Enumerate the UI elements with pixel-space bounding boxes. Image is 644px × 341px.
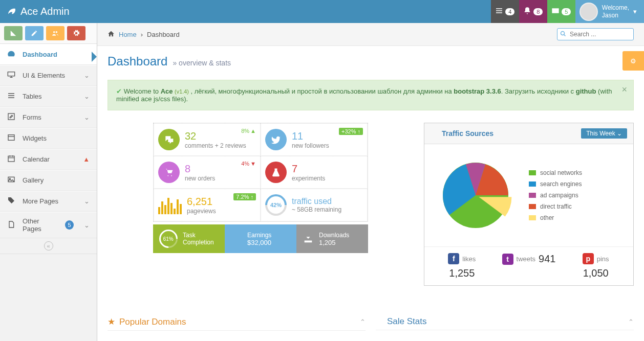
- facebook-icon: f: [448, 253, 459, 264]
- sidebar-item-label: Widgets: [23, 134, 47, 142]
- sidebar-item-more-pages[interactable]: More Pages⌄: [0, 191, 97, 212]
- warning-icon: ▲: [83, 155, 90, 163]
- infobox-pageviews: 6,251pageviews 7.2% ↑: [154, 189, 261, 221]
- sidebar-item-label: Forms: [23, 113, 41, 121]
- chevron-down-icon: ⌄: [84, 72, 90, 79]
- popular-domains-header: ★Popular Domains ⌃: [108, 316, 366, 331]
- github-link[interactable]: github: [576, 87, 596, 95]
- shortcuts: [0, 23, 97, 44]
- sidebar-item-widgets[interactable]: Widgets: [0, 128, 97, 149]
- sparkline-icon: [158, 196, 182, 214]
- infobox-comments: 32comments + 2 reviews 8% ▲: [154, 123, 261, 156]
- sidebar-item-gallery[interactable]: Gallery: [0, 170, 97, 191]
- shortcut-stats[interactable]: [4, 26, 23, 40]
- shortcut-settings[interactable]: [67, 26, 85, 40]
- shortcut-users[interactable]: [46, 26, 65, 40]
- breadcrumb-home[interactable]: Home: [119, 31, 137, 38]
- sidebar-item-other-pages[interactable]: Other Pages5⌄: [0, 212, 97, 238]
- caret-down-icon: ▾: [633, 8, 637, 15]
- stat-up: 8% ▲: [241, 128, 256, 134]
- sidebar-item-label: Other Pages: [23, 217, 58, 233]
- traffic-widget: Traffic Sources This Week ⌄ social netwo…: [424, 123, 634, 286]
- pinterest-icon: p: [583, 253, 594, 264]
- sidebar-collapse[interactable]: «: [0, 238, 97, 254]
- notifications-menu[interactable]: 8: [519, 0, 547, 23]
- sidebar-item-label: More Pages: [23, 197, 58, 205]
- darkbox-task: 61% TaskCompletion: [153, 224, 225, 253]
- sale-stats-header: Sale Stats ⌃: [376, 316, 634, 330]
- social-likes: flikes 1,255: [428, 253, 496, 279]
- twitter-icon: t: [502, 254, 513, 265]
- page-subtitle: » overview & stats: [173, 59, 231, 67]
- svg-point-6: [561, 32, 565, 35]
- breadcrumb-current: Dashboard: [147, 31, 180, 38]
- chevron-down-icon: ⌄: [84, 93, 90, 100]
- svg-rect-1: [8, 113, 14, 120]
- infobox-traffic: 42% traffic used~ 58GB remaining: [261, 189, 368, 221]
- sidebar-item-label: Calendar: [23, 155, 50, 163]
- list-alt-icon: [7, 133, 15, 143]
- chevron-left-icon: «: [44, 241, 53, 251]
- legend-item: social networks: [529, 167, 582, 178]
- tasks-icon: [495, 7, 503, 16]
- infobox-experiments: 7experiments: [261, 156, 368, 189]
- sidebar-item-label: Tables: [23, 93, 42, 100]
- sidebar-item-label: Dashboard: [23, 51, 57, 58]
- search-icon: [560, 31, 566, 38]
- picture-icon: [7, 175, 15, 185]
- darkbox-earnings: Earnings$32,000: [225, 224, 296, 253]
- sidebar-item-calendar[interactable]: Calendar▲: [0, 149, 97, 170]
- infobox-orders: 8new orders 4% ▼: [154, 156, 261, 189]
- navbar: Ace Admin 4 8 5 Welcome, Jason ▾: [0, 0, 644, 23]
- svg-rect-3: [8, 156, 14, 162]
- search-box: [557, 28, 634, 40]
- darkbox-downloads: Downloads1,205: [296, 224, 368, 253]
- mail-badge: 5: [562, 8, 571, 15]
- pie-chart: [435, 154, 517, 236]
- tag-icon: [7, 196, 15, 206]
- sidebar-item-ui[interactable]: UI & Elements⌄: [0, 65, 97, 86]
- welcome-text: Welcome,: [602, 4, 629, 11]
- close-icon[interactable]: ×: [621, 84, 627, 95]
- tasks-menu[interactable]: 4: [491, 0, 519, 23]
- bell-icon: [523, 7, 531, 16]
- shortcut-edit[interactable]: [25, 26, 44, 40]
- signal-icon: [431, 129, 438, 138]
- percent-circle: 61%: [156, 226, 182, 252]
- svg-rect-2: [8, 135, 14, 141]
- stat-up: +32% ↑: [339, 128, 363, 135]
- brand-text: Ace Admin: [20, 6, 70, 17]
- user-menu[interactable]: Welcome, Jason ▾: [575, 0, 644, 23]
- chevron-up-icon[interactable]: ⌃: [628, 318, 634, 326]
- brand[interactable]: Ace Admin: [0, 5, 76, 18]
- messages-menu[interactable]: 5: [547, 0, 575, 23]
- file-icon: [7, 220, 15, 230]
- sidebar-item-label: UI & Elements: [23, 72, 65, 79]
- settings-tab[interactable]: ⚙: [622, 51, 644, 71]
- flask-icon: [265, 162, 287, 183]
- social-pins: ppins 1,050: [562, 253, 629, 279]
- sidebar-item-label: Gallery: [23, 176, 44, 184]
- username: Jason: [602, 12, 629, 19]
- desktop-icon: [7, 71, 15, 80]
- search-input[interactable]: [557, 28, 634, 40]
- check-icon: ✔: [116, 87, 122, 95]
- download-icon: [303, 233, 314, 245]
- legend: social networks search engines ad campai…: [529, 167, 582, 223]
- widget-title: Traffic Sources: [442, 129, 493, 138]
- leaf-icon: [6, 5, 16, 18]
- legend-item: direct traffic: [529, 201, 582, 212]
- comments-icon: [158, 129, 180, 150]
- period-dropdown[interactable]: This Week ⌄: [581, 128, 627, 139]
- sidebar-item-forms[interactable]: Forms⌄: [0, 107, 97, 128]
- tasks-badge: 4: [505, 8, 514, 15]
- chevron-up-icon[interactable]: ⌃: [360, 318, 366, 326]
- twitter-icon: [265, 129, 287, 150]
- notif-badge: 8: [533, 8, 543, 15]
- svg-rect-0: [8, 72, 14, 76]
- signal-icon: [376, 316, 383, 327]
- sidebar-item-tables[interactable]: Tables⌄: [0, 86, 97, 107]
- legend-item: ad campaigns: [529, 190, 582, 201]
- welcome-alert: × ✔ Welcome to Ace (v1.4) , лёгкий, мног…: [108, 80, 634, 110]
- sidebar-item-dashboard[interactable]: Dashboard: [0, 44, 97, 65]
